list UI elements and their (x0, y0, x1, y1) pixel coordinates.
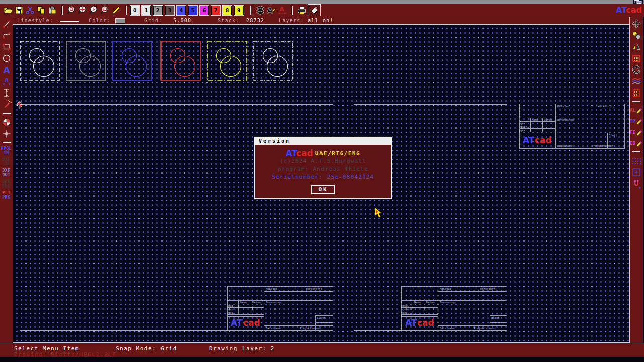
linestyles-icon[interactable] (631, 76, 642, 86)
mirror-icon[interactable] (631, 41, 642, 52)
select-region-icon[interactable] (631, 53, 642, 63)
copy-icon[interactable] (36, 5, 46, 15)
svg-text:Name: Name (532, 118, 538, 121)
grid-value: 5.000 (173, 18, 191, 23)
svg-text:gez.: gez. (520, 122, 527, 125)
text-dimension-icon[interactable]: A (277, 5, 287, 15)
button-label: DXF (3, 157, 11, 162)
svg-text:Datum: Datum (544, 118, 552, 121)
pen-mini-icon (636, 129, 643, 136)
layer-button-0[interactable]: 0 (130, 6, 139, 15)
dialog-copyright: (c)2024 A.T.S.Burgwall (255, 158, 391, 166)
zoom-flash-icon[interactable] (89, 5, 99, 15)
svg-text:gepr.: gepr. (520, 125, 529, 129)
layer-button-9[interactable]: 9 (234, 6, 244, 15)
layer-button-6[interactable]: 6 (200, 6, 209, 15)
svg-text:ges.: ges. (228, 311, 235, 315)
grid-icon[interactable] (631, 155, 642, 166)
print-icon[interactable] (297, 5, 307, 15)
circle-icon[interactable] (1, 53, 12, 63)
layer-button-8[interactable]: 8 (223, 6, 232, 15)
pen-button-fe[interactable]: FE (630, 129, 643, 136)
crosshair-icon[interactable] (1, 128, 12, 139)
sidebar-button-hpgl-in[interactable]: HPGLIN (1, 146, 12, 155)
svg-text:ges.: ges. (520, 129, 527, 132)
pen-button-label: EB (630, 141, 635, 146)
pencil-icon[interactable] (111, 5, 121, 15)
svg-text:Benennung:: Benennung: (440, 301, 456, 304)
dialog-serialnumber: Serialnumber: 25e-08042024 (255, 174, 391, 183)
rectangle-icon[interactable] (1, 41, 12, 52)
zoom-window-icon[interactable] (631, 167, 642, 177)
zoom-document-icon[interactable] (67, 5, 77, 15)
snap-mode: Snap Mode: Grid (116, 345, 177, 352)
svg-text:Datum: Datum (252, 301, 261, 304)
layer-button-3[interactable]: 3 (165, 6, 174, 15)
dialog-logo-suffix: UAE/RTG/ENG (315, 150, 360, 157)
drawing-layer: Drawing Layer: 2 (209, 345, 275, 352)
linestyle-sample[interactable] (60, 21, 79, 22)
layer-button-4[interactable]: 4 (177, 6, 186, 15)
tag-selected-box[interactable] (308, 4, 321, 16)
magnet-icon[interactable] (631, 178, 642, 189)
open-folder-icon[interactable] (3, 5, 13, 15)
save-icon[interactable] (14, 5, 24, 15)
pattern-square-2 (66, 41, 106, 81)
layers-icon[interactable] (255, 5, 265, 15)
sidebar-button-drk-prg[interactable]: DRKPRG (3, 179, 11, 189)
svg-text:Dateiname: Dateiname (440, 327, 455, 330)
layers-value: all on! (308, 18, 334, 23)
freehand-icon[interactable] (1, 99, 12, 110)
rotate-icon[interactable] (631, 64, 642, 75)
color-swatch[interactable] (115, 18, 125, 24)
text-icon[interactable]: A (1, 64, 12, 75)
divider (3, 142, 11, 143)
main-toolbar: 0123456789 AA ATcad (0, 4, 644, 17)
pattern-square-4 (160, 41, 201, 81)
paste-icon[interactable] (47, 5, 57, 15)
divider (632, 101, 640, 102)
layer-button-5[interactable]: 5 (188, 6, 197, 15)
pen-button-eb[interactable]: EB (630, 140, 643, 147)
hatch-icon[interactable] (631, 87, 642, 98)
ok-button[interactable]: OK (311, 185, 334, 194)
layer-button-2[interactable]: 2 (153, 6, 163, 15)
pen-button-label: AL (630, 108, 635, 113)
line-icon[interactable] (1, 18, 12, 29)
layer-button-1[interactable]: 1 (142, 6, 151, 15)
pen-button-tp[interactable]: TP (630, 118, 643, 125)
cut-icon[interactable] (25, 5, 35, 15)
text-edit-icon[interactable]: A (266, 5, 276, 15)
sidebar-button-dxf-in[interactable]: DXFIN (3, 157, 11, 166)
svg-text:Blatt: Blatt (609, 134, 617, 137)
zoom-crosshair-icon[interactable] (78, 5, 88, 15)
sidebar-button-plt-prg[interactable]: PLTPRG (3, 191, 11, 200)
dialog-logo-cad: cad (296, 148, 313, 158)
move-icon[interactable] (631, 18, 642, 29)
svg-text:Maßstab: Maßstab (557, 105, 569, 108)
tag-icon[interactable] (309, 5, 319, 15)
layer-button-7[interactable]: 7 (211, 6, 220, 15)
quadrant-circle-icon[interactable] (1, 117, 12, 127)
svg-text:Werkstoff:: Werkstoff: (480, 287, 497, 290)
svg-text:Benennung:: Benennung: (557, 118, 574, 122)
dialog-titlebar[interactable]: Version (255, 138, 391, 145)
duplicate-icon[interactable] (631, 30, 642, 40)
svg-text:gepr.: gepr. (228, 308, 237, 311)
dimension-vertical-icon[interactable] (1, 87, 12, 98)
pen-mini-icon (636, 118, 643, 125)
app-logo-at: AT (616, 5, 626, 15)
zoom-rectangle-icon[interactable] (100, 5, 110, 15)
button-label: DRK (3, 179, 11, 184)
curve-icon[interactable] (1, 30, 12, 40)
svg-text:gez.: gez. (228, 304, 235, 308)
button-label: PRG (3, 195, 11, 200)
text-width-icon[interactable]: A (1, 76, 12, 86)
pen-button-al[interactable]: AL (630, 107, 643, 114)
version-dialog: Version ATcadUAE/RTG/ENG (c)2024 A.T.S.B… (254, 137, 392, 199)
svg-text:Blatt: Blatt (491, 316, 500, 319)
sidebar-button-dxf-out[interactable]: DXFOUT (3, 168, 11, 177)
svg-text:Werkstoff:: Werkstoff: (598, 105, 614, 108)
svg-text:Projektnummer: Projektnummer (474, 327, 496, 330)
color-label: Color: (89, 18, 110, 23)
